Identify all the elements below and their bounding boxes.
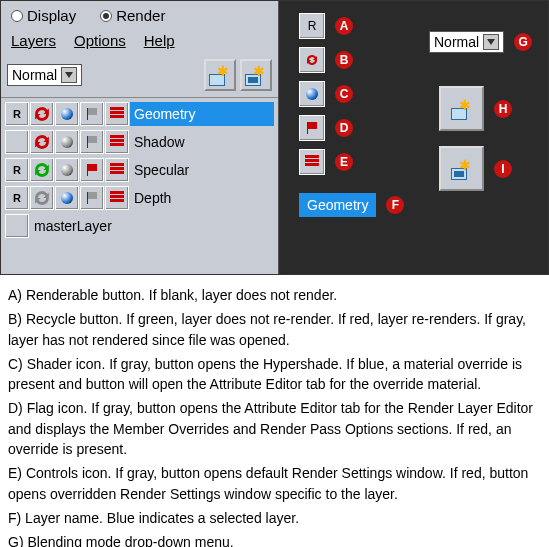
- callout-badge-g: G: [514, 33, 532, 51]
- chevron-down-icon: [61, 67, 77, 83]
- master-layer-row[interactable]: masterLayer: [5, 212, 274, 239]
- renderable-button[interactable]: [5, 130, 29, 154]
- sphere-icon: [306, 88, 318, 100]
- callout-badge-h: H: [494, 100, 512, 118]
- radio-selected-icon: [100, 10, 112, 22]
- callout-shader: [299, 81, 325, 107]
- display-radio[interactable]: Display: [11, 7, 76, 24]
- blend-mode-value: Normal: [12, 67, 57, 83]
- sphere-icon: [61, 164, 73, 176]
- create-empty-layer-button[interactable]: ✱: [204, 59, 236, 91]
- callout-badge-i: I: [494, 160, 512, 178]
- callout-flag: [299, 115, 325, 141]
- layer-name[interactable]: Depth: [130, 186, 274, 210]
- layer-row[interactable]: R Geometry: [5, 100, 274, 127]
- recycle-icon: [31, 103, 53, 125]
- shader-button[interactable]: [55, 130, 79, 154]
- new-layer-icon: ✱: [451, 98, 473, 120]
- flag-button[interactable]: [80, 158, 104, 182]
- renderable-button[interactable]: R: [5, 158, 29, 182]
- recycle-icon: [31, 159, 53, 181]
- recycle-button[interactable]: [30, 186, 54, 210]
- controls-button[interactable]: [105, 186, 129, 210]
- flag-icon: [305, 121, 319, 135]
- legend-f: F) Layer name. Blue indicates a selected…: [8, 508, 541, 528]
- menu-help[interactable]: Help: [144, 32, 175, 49]
- layer-row[interactable]: R Depth: [5, 184, 274, 211]
- flag-button[interactable]: [80, 102, 104, 126]
- flag-icon: [85, 135, 99, 149]
- controls-icon: [109, 191, 125, 205]
- flag-icon: [85, 163, 99, 177]
- callout-badge-b: B: [335, 51, 353, 69]
- layer-row[interactable]: Shadow: [5, 128, 274, 155]
- flag-button[interactable]: [80, 186, 104, 210]
- render-radio-label: Render: [116, 7, 165, 24]
- flag-icon: [85, 107, 99, 121]
- blend-mode-dropdown[interactable]: Normal: [7, 64, 82, 86]
- layer-name[interactable]: Specular: [130, 158, 274, 182]
- legend-text: A) Renderable button. If blank, layer do…: [0, 275, 549, 547]
- shader-button[interactable]: [55, 186, 79, 210]
- render-layer-editor: Display Render Layers Options Help Norma…: [1, 1, 279, 274]
- legend-c: C) Shader icon. If gray, button opens th…: [8, 354, 541, 395]
- recycle-button[interactable]: [30, 102, 54, 126]
- callout-badge-f: F: [386, 196, 404, 214]
- renderable-button[interactable]: R: [5, 102, 29, 126]
- flag-icon: [85, 191, 99, 205]
- shader-button[interactable]: [55, 102, 79, 126]
- new-layer-assign-icon: ✱: [245, 64, 267, 86]
- radio-unselected-icon: [11, 10, 23, 22]
- callout-blend-dropdown: Normal: [429, 31, 504, 53]
- callout-renderable: R: [299, 13, 325, 39]
- controls-icon: [109, 163, 125, 177]
- recycle-icon: [31, 187, 53, 209]
- shader-button[interactable]: [55, 158, 79, 182]
- callout-new-empty-layer: ✱: [439, 86, 484, 131]
- layer-list: R Geometry Shadow R: [1, 98, 278, 242]
- legend-g: G) Blending mode drop-down menu.: [8, 532, 541, 547]
- controls-icon: [304, 155, 320, 169]
- renderable-button[interactable]: R: [5, 186, 29, 210]
- master-layer-name[interactable]: masterLayer: [30, 214, 274, 238]
- flag-button[interactable]: [80, 130, 104, 154]
- callout-badge-d: D: [335, 119, 353, 137]
- callout-panel: R A B C D E Geometry F Normal G: [279, 1, 548, 274]
- layer-row[interactable]: R Specular: [5, 156, 274, 183]
- chevron-down-icon: [483, 34, 499, 50]
- menu-layers[interactable]: Layers: [11, 32, 56, 49]
- callout-recycle: [299, 47, 325, 73]
- controls-icon: [109, 107, 125, 121]
- layer-name[interactable]: Geometry: [130, 102, 274, 126]
- layer-name[interactable]: Shadow: [130, 130, 274, 154]
- callout-badge-c: C: [335, 85, 353, 103]
- callout-controls: [299, 149, 325, 175]
- sphere-icon: [61, 108, 73, 120]
- recycle-button[interactable]: [30, 130, 54, 154]
- sphere-icon: [61, 192, 73, 204]
- create-layer-assign-button[interactable]: ✱: [240, 59, 272, 91]
- recycle-icon: [31, 131, 53, 153]
- renderable-button[interactable]: [5, 214, 29, 238]
- callout-layer-name: Geometry: [299, 193, 376, 217]
- recycle-icon: [304, 52, 320, 68]
- legend-e: E) Controls icon. If gray, button opens …: [8, 463, 541, 504]
- recycle-button[interactable]: [30, 158, 54, 182]
- controls-button[interactable]: [105, 158, 129, 182]
- render-radio[interactable]: Render: [100, 7, 165, 24]
- controls-button[interactable]: [105, 130, 129, 154]
- controls-button[interactable]: [105, 102, 129, 126]
- sphere-icon: [61, 136, 73, 148]
- legend-a: A) Renderable button. If blank, layer do…: [8, 285, 541, 305]
- legend-b: B) Recycle button. If green, layer does …: [8, 309, 541, 350]
- legend-d: D) Flag icon. If gray, button opens the …: [8, 398, 541, 459]
- blend-mode-value: Normal: [434, 34, 479, 50]
- callout-badge-e: E: [335, 153, 353, 171]
- callout-badge-a: A: [335, 17, 353, 35]
- display-radio-label: Display: [27, 7, 76, 24]
- menu-options[interactable]: Options: [74, 32, 126, 49]
- callout-new-layer-assign: ✱: [439, 146, 484, 191]
- controls-icon: [109, 135, 125, 149]
- new-layer-icon: ✱: [209, 64, 231, 86]
- new-layer-assign-icon: ✱: [451, 158, 473, 180]
